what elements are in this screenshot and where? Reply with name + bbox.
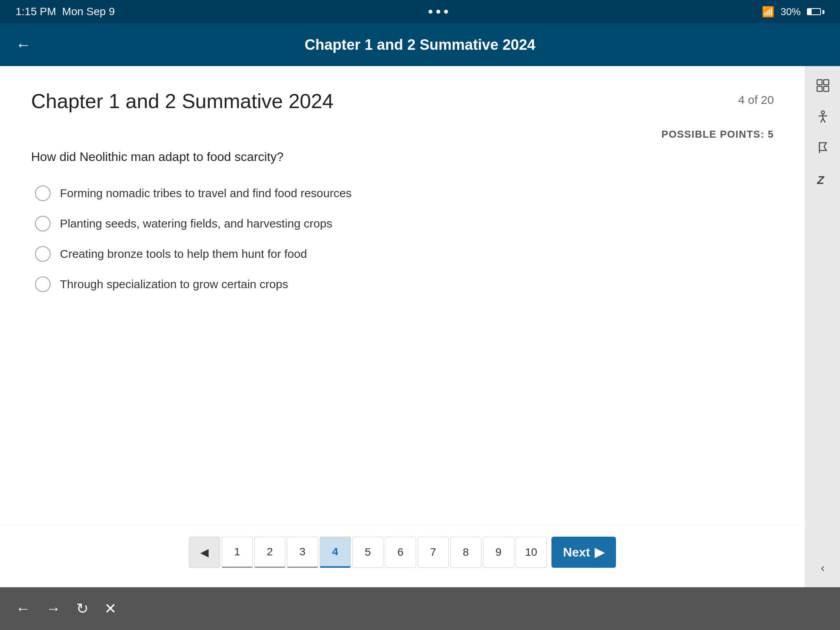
status-right: 📶 30% <box>762 6 824 18</box>
battery-percent: 30% <box>780 6 801 18</box>
answer-option-a[interactable]: Forming nomadic tribes to travel and fin… <box>35 185 774 201</box>
sidebar-collapse-button[interactable]: ‹ <box>811 556 835 579</box>
content-area: Chapter 1 and 2 Summative 2024 4 of 20 P… <box>0 66 805 587</box>
radio-a[interactable] <box>35 186 51 201</box>
pagination-wrapper: ◀ 1 2 3 4 5 <box>189 537 616 568</box>
prev-page-button[interactable]: ◀ <box>189 537 220 568</box>
grid-icon[interactable] <box>811 74 835 97</box>
bottom-toolbar: ← → ↻ ✕ <box>0 587 840 630</box>
radio-d[interactable] <box>35 276 51 292</box>
battery-icon <box>807 8 824 15</box>
question-text: How did Neolithic man adapt to food scar… <box>31 148 774 166</box>
answer-text-d: Through specialization to grow certain c… <box>60 276 288 292</box>
page-btn-6[interactable]: 6 <box>385 537 416 568</box>
svg-rect-0 <box>817 80 822 85</box>
dot-1 <box>429 10 432 14</box>
pagination-container: ◀ 1 2 3 4 5 <box>0 525 805 576</box>
dot-2 <box>436 10 440 14</box>
flag-icon[interactable] <box>811 136 835 159</box>
svg-rect-1 <box>824 80 829 85</box>
answer-text-b: Planting seeds, watering fields, and har… <box>60 215 332 232</box>
next-arrow-icon: ▶ <box>595 545 604 560</box>
page-btn-5[interactable]: 5 <box>352 537 383 568</box>
answer-option-b[interactable]: Planting seeds, watering fields, and har… <box>35 215 774 232</box>
page-btn-10[interactable]: 10 <box>516 537 547 568</box>
radio-c[interactable] <box>35 246 51 262</box>
browser-close-button[interactable]: ✕ <box>104 600 117 617</box>
answer-option-d[interactable]: Through specialization to grow certain c… <box>35 276 774 292</box>
back-button[interactable]: ← <box>16 36 31 54</box>
answer-option-c[interactable]: Creating bronze tools to help them hunt … <box>35 246 774 262</box>
svg-rect-2 <box>817 86 822 91</box>
browser-back-button[interactable]: ← <box>16 600 30 617</box>
answer-text-c: Creating bronze tools to help them hunt … <box>60 246 307 262</box>
page-btn-1[interactable]: 1 <box>222 537 253 568</box>
accessibility-icon[interactable] <box>811 105 835 128</box>
status-center-dots <box>429 10 448 14</box>
next-button[interactable]: Next ▶ <box>551 537 616 568</box>
svg-point-4 <box>821 111 824 114</box>
page-btn-4[interactable]: 4 <box>320 537 351 568</box>
page-header: Chapter 1 and 2 Summative 2024 4 of 20 <box>31 89 774 113</box>
browser-reload-button[interactable]: ↻ <box>76 600 89 617</box>
radio-b[interactable] <box>35 216 51 231</box>
svg-rect-3 <box>824 86 829 91</box>
svg-line-7 <box>821 119 823 122</box>
browser-forward-button[interactable]: → <box>46 600 61 617</box>
header-title: Chapter 1 and 2 Summative 2024 <box>304 37 535 53</box>
right-sidebar: Z ‹ <box>805 66 840 587</box>
svg-text:Z: Z <box>817 173 825 186</box>
page-title: Chapter 1 and 2 Summative 2024 <box>31 89 334 113</box>
status-time-date: 1:15 PM Mon Sep 9 <box>16 5 115 18</box>
wifi-icon: 📶 <box>762 6 774 18</box>
question-meta: POSSIBLE POINTS: 5 <box>31 128 774 140</box>
status-bar: 1:15 PM Mon Sep 9 📶 30% <box>0 0 840 23</box>
svg-line-8 <box>823 119 825 122</box>
page-btn-3[interactable]: 3 <box>287 537 318 568</box>
possible-points: POSSIBLE POINTS: 5 <box>662 128 774 140</box>
page-btn-9[interactable]: 9 <box>483 537 514 568</box>
header: ← Chapter 1 and 2 Summative 2024 <box>0 23 840 66</box>
dot-3 <box>444 10 448 14</box>
page-btn-8[interactable]: 8 <box>450 537 481 568</box>
zoom-icon[interactable]: Z <box>811 167 835 191</box>
page-btn-7[interactable]: 7 <box>418 537 449 568</box>
answer-options: Forming nomadic tribes to travel and fin… <box>31 185 774 292</box>
page-btn-2[interactable]: 2 <box>254 537 285 568</box>
main-content: Chapter 1 and 2 Summative 2024 4 of 20 P… <box>0 66 840 587</box>
answer-text-a: Forming nomadic tribes to travel and fin… <box>60 185 352 201</box>
page-counter: 4 of 20 <box>738 93 774 107</box>
